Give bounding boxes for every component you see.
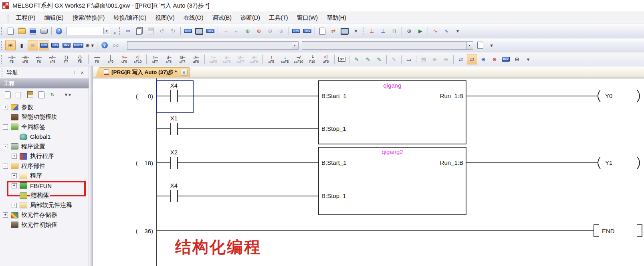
tab-close-icon[interactable]: × — [181, 69, 188, 76]
open-contact-icon[interactable]: ⊣ ⊢ F5 — [5, 53, 18, 66]
expander-icon[interactable]: + — [12, 154, 17, 159]
rising-pulse-icon[interactable]: ↑ aF5 — [264, 53, 278, 66]
combo-caret-icon[interactable]: ▾ — [292, 42, 298, 49]
pulse-fall-close-branch-icon[interactable]: ↓/⊢ saF8 — [247, 53, 261, 66]
application-instruction-icon[interactable]: { } F8 — [73, 53, 87, 66]
fb-input-start[interactable]: B:Start_1 — [321, 92, 347, 99]
toolbar-drag-handle[interactable] — [363, 27, 364, 35]
tree-item-device-initial-value[interactable]: 软元件初始值 — [0, 220, 89, 230]
redo-icon[interactable]: ↻ — [168, 26, 178, 36]
toolbar-overflow-icon[interactable]: ▾ — [523, 54, 533, 64]
close-contact-icon[interactable]: ⊣/⊢ sF5 — [18, 53, 32, 66]
ladder-canvas[interactable]: ( 0) X4 X1 qigang B:Start_1 B:Stop_1 Run… — [93, 78, 644, 266]
tree-item-fb-fun[interactable]: + FB/FUN — [0, 181, 89, 191]
expander-icon[interactable]: + — [3, 105, 8, 110]
device-search-icon[interactable]: Dev — [501, 54, 511, 64]
end-instruction[interactable]: END — [602, 228, 615, 234]
device-find-green-icon[interactable]: ⊕ — [242, 26, 253, 36]
fb-input-start2[interactable]: B:Start_1 — [321, 159, 347, 166]
trend-graph2-icon[interactable]: ∿ — [441, 26, 452, 36]
expander-icon[interactable]: + — [12, 173, 17, 178]
toolbar-overflow-icon[interactable]: ▾ — [452, 26, 463, 36]
toolbar-drag-handle[interactable] — [1, 55, 3, 64]
monitor-stop-icon[interactable]: ⊥ — [378, 26, 388, 36]
delete-tx-icon[interactable]: ×T aF9 — [319, 53, 333, 66]
line-branch-icon[interactable]: └ F10 — [305, 53, 319, 66]
transfer-setup2-icon[interactable]: ← — [231, 26, 242, 36]
cross-reference-icon[interactable]: ○○ — [111, 40, 121, 50]
toolbar-drag-handle[interactable] — [119, 27, 121, 35]
time-search-icon[interactable]: Θ — [512, 54, 522, 64]
pulse-fall-close-contact-icon[interactable]: ↓/⊢ aF8 — [189, 53, 203, 66]
expander-icon[interactable]: - — [3, 124, 8, 130]
device-list-icon[interactable]: Dev — [50, 40, 61, 50]
copy-icon[interactable] — [134, 26, 145, 36]
data-property-icon[interactable] — [36, 90, 46, 100]
pulse-branch-icon[interactable]: ↑⊢ saF5 — [206, 53, 220, 66]
zoom-tool-icon[interactable]: ⊕ ▾ — [85, 40, 95, 50]
verify-with-plc-icon[interactable]: Dev — [205, 26, 216, 36]
toolbar-overflow-icon[interactable]: ▾ — [351, 26, 361, 36]
expander-icon[interactable]: + — [12, 183, 17, 188]
fb-title-qigang2[interactable]: qigang2 — [352, 148, 432, 155]
contact-label-x2[interactable]: X2 — [162, 149, 186, 156]
fb-conversion-icon[interactable]: ✎ — [389, 54, 399, 64]
note2-icon[interactable]: ⊕ — [441, 54, 451, 64]
edit-contact-icon[interactable]: ✎ — [363, 54, 373, 64]
delete-horizontal-line-icon[interactable]: ×─ cF9 — [117, 53, 131, 66]
delete-vertical-line-icon[interactable]: ×│ cF10 — [131, 53, 145, 66]
statement-icon[interactable]: ▤ — [418, 54, 429, 64]
falling-pulse-icon[interactable]: ↓ caF5 — [278, 53, 292, 66]
edit-fb-icon[interactable]: ✎ — [351, 54, 362, 64]
find-instruction-combo[interactable]: ▾ — [302, 41, 473, 50]
menu-item[interactable]: 搜索/替换(F) — [68, 12, 109, 23]
refresh-icon[interactable]: ↻ — [47, 90, 58, 100]
read-from-plc-icon[interactable] — [194, 26, 204, 36]
fb-output-run[interactable]: Run_1:B — [411, 92, 463, 99]
combo-caret-icon[interactable]: ▾ — [103, 28, 109, 34]
menu-item[interactable]: 窗口(W) — [293, 12, 322, 23]
contact-label-x4b[interactable]: X4 — [162, 182, 186, 189]
wire-edit-icon[interactable]: ⇄ — [456, 54, 466, 64]
toolbar-overflow-icon[interactable]: ▾ — [112, 26, 118, 36]
open-branch-icon[interactable]: ⌐⊢ F6 — [32, 53, 46, 66]
coil-label-y1[interactable]: Y1 — [605, 159, 612, 166]
menu-item[interactable]: 工具(T) — [264, 12, 293, 23]
print-icon[interactable] — [39, 26, 49, 36]
toolbar-drag-handle[interactable] — [1, 41, 3, 50]
paste-icon[interactable] — [145, 26, 156, 36]
find-contact-icon[interactable]: ⊕ — [478, 54, 489, 64]
help-icon[interactable]: ? — [99, 40, 110, 50]
menu-item[interactable]: 视图(V) — [151, 12, 179, 23]
device-structure-icon[interactable]: Dev — [61, 40, 72, 50]
device-display-menu-icon[interactable]: Dev ▾ — [73, 40, 84, 50]
find-device-combo[interactable]: ▾ — [127, 41, 299, 50]
wire-edit-selected-icon[interactable]: ⇄ — [467, 54, 477, 64]
panel-splitter[interactable] — [89, 66, 93, 266]
paste-icon[interactable] — [25, 90, 35, 100]
toolbar-overflow-icon[interactable]: ▾ — [487, 40, 497, 50]
transfer-setup-icon[interactable]: → — [220, 26, 230, 36]
edit-coil-icon[interactable]: ✎ — [374, 54, 384, 64]
cut-icon[interactable]: ✂ — [123, 26, 133, 36]
expander-icon[interactable]: - — [3, 164, 8, 169]
menu-item[interactable]: 帮助(H) — [322, 12, 351, 23]
tree-item-program[interactable]: + 程序 — [0, 171, 89, 181]
menu-item[interactable]: 调试(B) — [208, 12, 236, 23]
write-to-plc-icon[interactable]: Dev — [183, 26, 193, 36]
copy-icon[interactable] — [14, 90, 24, 100]
device-comment-search-icon[interactable]: Dev — [39, 40, 49, 50]
document-search-icon[interactable] — [475, 40, 486, 50]
expander-icon[interactable]: + — [3, 212, 8, 218]
expander-icon[interactable]: - — [3, 144, 8, 149]
tab-prg-auto[interactable]: [PRG]R 写入 Auto (37)步 * × — [99, 67, 190, 77]
close-branch-icon[interactable]: ⌐/⊢ sF6 — [46, 53, 59, 66]
device-test-icon[interactable]: ▶ — [415, 26, 426, 36]
pc-monitor-icon[interactable] — [339, 26, 350, 36]
work-window-icon[interactable]: ≣ — [28, 40, 38, 50]
tree-item-execution-program[interactable]: + 执行程序 — [0, 152, 89, 162]
device-find-red-icon[interactable]: ⊕ — [254, 26, 264, 36]
combo-caret-icon[interactable]: ▾ — [466, 42, 472, 49]
inline-st-icon[interactable]: ST — [337, 54, 347, 64]
tree-item-parameter[interactable]: + 参数 — [0, 102, 89, 112]
